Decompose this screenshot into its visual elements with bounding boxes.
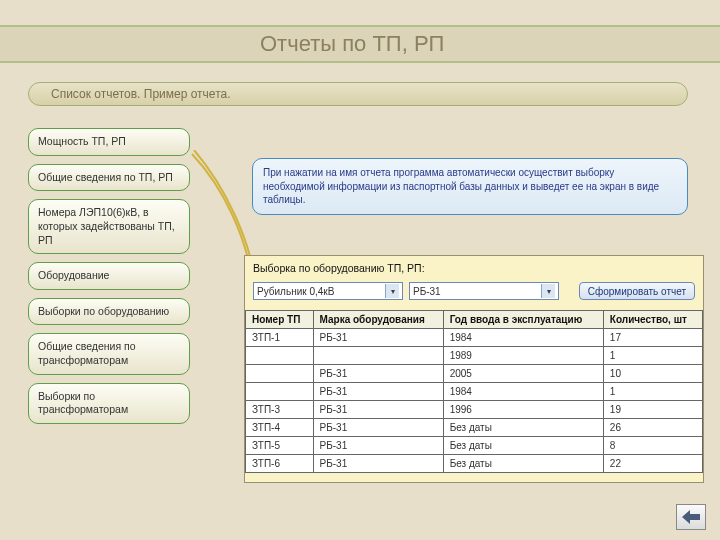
table-cell: 1: [603, 347, 702, 365]
table-cell: ЗТП-4: [246, 419, 314, 437]
table-cell: РБ-31: [313, 383, 443, 401]
table-row: ЗТП-1РБ-31198417: [246, 329, 703, 347]
table-row: ЗТП-4РБ-31Без даты26: [246, 419, 703, 437]
table-row: ЗТП-6РБ-31Без даты22: [246, 455, 703, 473]
table-row: РБ-31200510: [246, 365, 703, 383]
sidebar-item-equipment[interactable]: Оборудование: [28, 262, 190, 290]
chevron-down-icon: ▾: [385, 284, 399, 298]
table-cell: Без даты: [443, 419, 603, 437]
table-row: ЗТП-5РБ-31Без даты8: [246, 437, 703, 455]
table-cell: РБ-31: [313, 419, 443, 437]
page-title: Отчеты по ТП, РП: [260, 31, 444, 57]
table-cell: Без даты: [443, 455, 603, 473]
info-text: При нажатии на имя отчета программа авто…: [263, 167, 659, 205]
table-cell: [246, 365, 314, 383]
reports-sidebar: Мощность ТП, РП Общие сведения по ТП, РП…: [28, 128, 190, 424]
sidebar-item-lep-numbers[interactable]: Номера ЛЭП10(6)кВ, в которых задействова…: [28, 199, 190, 254]
table-cell: 2005: [443, 365, 603, 383]
table-cell: ЗТП-5: [246, 437, 314, 455]
table-header-row: Номер ТП Марка оборудования Год ввода в …: [246, 311, 703, 329]
table-cell: ЗТП-6: [246, 455, 314, 473]
arrow-left-icon: [682, 510, 700, 524]
table-cell: 1: [603, 383, 702, 401]
generate-report-button[interactable]: Сформировать отчет: [579, 282, 695, 300]
sidebar-item-label: Оборудование: [38, 269, 109, 281]
model-select[interactable]: РБ-31 ▾: [409, 282, 559, 300]
col-header: Количество, шт: [603, 311, 702, 329]
table-cell: РБ-31: [313, 437, 443, 455]
table-cell: РБ-31: [313, 455, 443, 473]
svg-marker-1: [682, 510, 700, 524]
sidebar-item-label: Выборки по оборудованию: [38, 305, 169, 317]
select-value: Рубильник 0,4кВ: [257, 286, 385, 297]
select-value: РБ-31: [413, 286, 541, 297]
table-cell: [246, 383, 314, 401]
table-cell: Без даты: [443, 437, 603, 455]
sidebar-item-transformers-queries[interactable]: Выборки по трансформаторам: [28, 383, 190, 424]
button-label: Сформировать отчет: [588, 286, 686, 297]
table-cell: 26: [603, 419, 702, 437]
table-row: ЗТП-3РБ-31199619: [246, 401, 703, 419]
table-cell: [313, 347, 443, 365]
sidebar-item-label: Выборки по трансформаторам: [38, 390, 128, 416]
table-cell: 8: [603, 437, 702, 455]
sidebar-item-transformers-general[interactable]: Общие сведения по трансформаторам: [28, 333, 190, 374]
title-band: Отчеты по ТП, РП: [0, 25, 720, 63]
sidebar-item-label: Общие сведения по ТП, РП: [38, 171, 173, 183]
report-preview-panel: Выборка по оборудованию ТП, РП: Рубильни…: [244, 255, 704, 483]
table-cell: [246, 347, 314, 365]
back-button[interactable]: [676, 504, 706, 530]
sidebar-item-label: Мощность ТП, РП: [38, 135, 126, 147]
sidebar-item-general-tp[interactable]: Общие сведения по ТП, РП: [28, 164, 190, 192]
table-cell: 1996: [443, 401, 603, 419]
table-cell: 22: [603, 455, 702, 473]
col-header: Номер ТП: [246, 311, 314, 329]
report-table: Номер ТП Марка оборудования Год ввода в …: [245, 310, 703, 473]
table-cell: РБ-31: [313, 365, 443, 383]
col-header: Год ввода в эксплуатацию: [443, 311, 603, 329]
table-cell: 10: [603, 365, 702, 383]
table-cell: 1989: [443, 347, 603, 365]
table-cell: 1984: [443, 329, 603, 347]
subtitle-text: Список отчетов. Пример отчета.: [51, 87, 231, 101]
table-row: 19891: [246, 347, 703, 365]
table-cell: ЗТП-3: [246, 401, 314, 419]
report-title: Выборка по оборудованию ТП, РП:: [245, 256, 703, 278]
table-cell: 19: [603, 401, 702, 419]
info-callout: При нажатии на имя отчета программа авто…: [252, 158, 688, 215]
sidebar-item-power[interactable]: Мощность ТП, РП: [28, 128, 190, 156]
sidebar-item-label: Номера ЛЭП10(6)кВ, в которых задействова…: [38, 206, 175, 245]
table-cell: 1984: [443, 383, 603, 401]
table-cell: 17: [603, 329, 702, 347]
table-cell: РБ-31: [313, 401, 443, 419]
chevron-down-icon: ▾: [541, 284, 555, 298]
subtitle-band: Список отчетов. Пример отчета.: [28, 82, 688, 106]
sidebar-item-equipment-queries[interactable]: Выборки по оборудованию: [28, 298, 190, 326]
equipment-type-select[interactable]: Рубильник 0,4кВ ▾: [253, 282, 403, 300]
sidebar-item-label: Общие сведения по трансформаторам: [38, 340, 136, 366]
table-row: РБ-3119841: [246, 383, 703, 401]
table-cell: РБ-31: [313, 329, 443, 347]
col-header: Марка оборудования: [313, 311, 443, 329]
table-cell: ЗТП-1: [246, 329, 314, 347]
report-controls: Рубильник 0,4кВ ▾ РБ-31 ▾ Сформировать о…: [245, 278, 703, 310]
